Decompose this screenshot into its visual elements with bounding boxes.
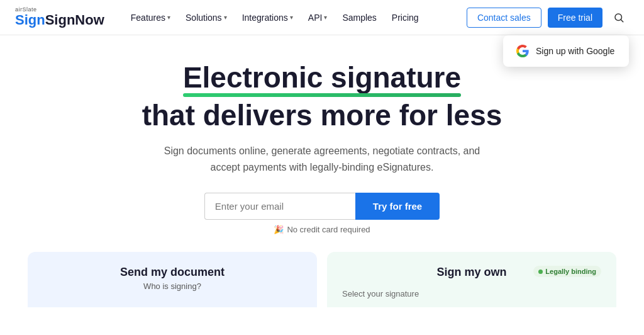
- svg-point-0: [615, 14, 622, 21]
- google-logo-icon: [516, 44, 530, 58]
- google-signin-dropdown[interactable]: Sign up with Google: [503, 35, 629, 67]
- search-icon[interactable]: [609, 8, 629, 28]
- nav-integrations[interactable]: Integrations ▾: [236, 9, 299, 26]
- select-signature-label: Select your signature: [342, 289, 419, 298]
- contact-sales-button[interactable]: Contact sales: [467, 8, 541, 28]
- logo-signow-text: SignSignNow: [15, 13, 104, 28]
- free-trial-button[interactable]: Free trial: [548, 8, 602, 28]
- chevron-down-icon: ▾: [167, 14, 170, 21]
- svg-line-1: [621, 20, 623, 21]
- nav-features[interactable]: Features ▾: [125, 9, 177, 26]
- logo-link[interactable]: airSlate SignSignNow: [15, 7, 104, 28]
- chevron-down-icon: ▾: [224, 14, 227, 21]
- navbar: airSlate SignSignNow Features ▾ Solution…: [0, 0, 644, 35]
- bottom-cards-row: Send my document Who is signing? Sign my…: [13, 252, 631, 307]
- google-signin-text: Sign up with Google: [536, 46, 614, 56]
- hero-section: Electronic signature that delivers more …: [0, 35, 644, 320]
- nav-api[interactable]: API ▾: [302, 9, 334, 26]
- send-doc-subtitle: Who is signing?: [43, 281, 302, 291]
- cta-row: Try for free: [204, 193, 440, 220]
- hero-underline-decoration: [183, 93, 461, 97]
- nav-pricing[interactable]: Pricing: [386, 9, 425, 26]
- badge-dot: [538, 270, 543, 274]
- send-doc-title: Send my document: [43, 266, 302, 279]
- nav-samples[interactable]: Samples: [336, 9, 382, 26]
- hero-title-line1: Electronic signature: [183, 60, 461, 94]
- hero-subtitle: Sign documents online, generate agreemen…: [158, 143, 486, 175]
- try-for-free-button[interactable]: Try for free: [355, 193, 440, 220]
- send-document-card[interactable]: Send my document Who is signing?: [28, 252, 317, 307]
- chevron-down-icon: ▾: [324, 14, 327, 21]
- chevron-down-icon: ▾: [290, 14, 293, 21]
- email-input[interactable]: [204, 193, 355, 220]
- no-credit-card-notice: 🎉 No credit card required: [274, 225, 370, 234]
- nav-actions: Contact sales Free trial: [467, 8, 629, 28]
- nav-solutions[interactable]: Solutions ▾: [179, 9, 233, 26]
- nav-items: Features ▾ Solutions ▾ Integrations ▾ AP…: [125, 9, 467, 26]
- sign-own-card[interactable]: Sign my own Legally binding Select your …: [327, 252, 616, 307]
- legally-binding-badge: Legally binding: [533, 266, 601, 277]
- hero-title-line2: that delivers more for less: [142, 98, 502, 133]
